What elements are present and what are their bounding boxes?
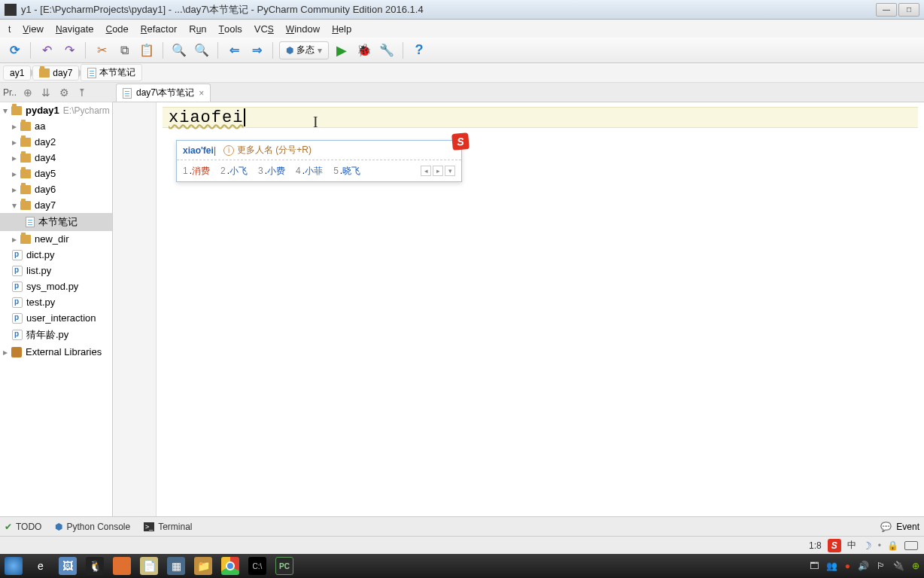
crumb-folder[interactable]: day7 bbox=[32, 65, 79, 81]
editor-tab[interactable]: day7\本节笔记 × bbox=[116, 84, 211, 102]
tree-folder-day5[interactable]: ▸day5 bbox=[0, 166, 112, 181]
menu-run[interactable]: Run bbox=[184, 21, 211, 37]
tree-folder-day2[interactable]: ▸day2 bbox=[0, 134, 112, 150]
run-config-selector[interactable]: ⬢ 多态 ▾ bbox=[279, 41, 329, 59]
pycharm-icon[interactable]: PC bbox=[275, 557, 293, 575]
firefox-icon[interactable] bbox=[113, 557, 131, 575]
paste-icon[interactable]: 📋 bbox=[137, 41, 157, 60]
menu-vcs[interactable]: VCS bbox=[249, 21, 279, 37]
tab-terminal[interactable]: >_Terminal bbox=[144, 522, 192, 532]
cut-icon[interactable]: ✂ bbox=[92, 41, 111, 60]
code-area[interactable]: xiaofei I S xiao'fei| i 更多人名 (分号+R) bbox=[157, 102, 924, 516]
menu-navigate[interactable]: Navigate bbox=[50, 21, 99, 37]
menu-view[interactable]: View bbox=[17, 21, 49, 37]
project-tree[interactable]: ▾ pyday1 E:\Pycharm ▸aa ▸day2 ▸day4 ▸day… bbox=[0, 102, 113, 516]
moon-icon[interactable]: ☽ bbox=[862, 540, 872, 552]
close-icon[interactable]: × bbox=[199, 88, 204, 99]
ime-lang[interactable]: 中 bbox=[847, 539, 856, 552]
tree-folder-aa[interactable]: ▸aa bbox=[0, 118, 112, 134]
refresh-icon[interactable]: ⟳ bbox=[5, 41, 24, 60]
app-icon[interactable]: ▦ bbox=[167, 557, 185, 575]
notepad-icon[interactable]: 📄 bbox=[140, 557, 158, 575]
tray-volume-icon[interactable]: 🔊 bbox=[858, 561, 869, 571]
tree-root[interactable]: ▾ pyday1 E:\Pycharm bbox=[0, 102, 112, 118]
undo-icon[interactable]: ↶ bbox=[37, 41, 56, 60]
tray-network-icon[interactable]: 🔌 bbox=[893, 561, 904, 571]
target-icon[interactable]: ⊕ bbox=[21, 86, 35, 99]
chrome-icon[interactable] bbox=[221, 557, 239, 575]
ime-candidate-5[interactable]: 5.晓飞 bbox=[333, 165, 360, 178]
ie-icon[interactable]: e bbox=[32, 557, 50, 575]
event-log-label[interactable]: Event bbox=[896, 522, 919, 532]
explorer-icon[interactable]: 📁 bbox=[194, 557, 212, 575]
tree-folder-day4[interactable]: ▸day4 bbox=[0, 150, 112, 166]
tree-folder-newdir[interactable]: ▸new_dir bbox=[0, 231, 112, 247]
ime-hint[interactable]: i 更多人名 (分号+R) bbox=[223, 144, 312, 157]
folder-icon bbox=[20, 122, 31, 131]
keyboard-icon[interactable] bbox=[904, 541, 918, 550]
crumb-file[interactable]: 本节笔记 bbox=[81, 64, 142, 81]
menu-help[interactable]: Help bbox=[327, 21, 357, 37]
windows-taskbar: e 🖼 🐧 📄 ▦ 📁 C:\ PC 🗔 👥 ● 🔊 🏳 🔌 ⊕ bbox=[0, 554, 924, 578]
python-icon bbox=[12, 266, 23, 276]
menu-code[interactable]: Code bbox=[100, 21, 133, 37]
ime-candidate-3[interactable]: 3.小费 bbox=[258, 165, 285, 178]
tree-file-userint[interactable]: user_interaction bbox=[0, 310, 112, 326]
folder-icon bbox=[20, 235, 31, 244]
zoom-in-icon[interactable]: 🔍 bbox=[169, 41, 189, 60]
status-bar: 1:8 S 中 ☽ • 🔒 bbox=[0, 536, 924, 554]
tree-file-sysmod[interactable]: sys_mod.py bbox=[0, 278, 112, 294]
tree-file-test[interactable]: test.py bbox=[0, 294, 112, 310]
menu-refactor[interactable]: Refactor bbox=[135, 21, 182, 37]
code-line[interactable]: xiaofei I bbox=[163, 107, 918, 128]
ime-candidate-2[interactable]: 2.小飞 bbox=[220, 165, 248, 178]
cmd-icon[interactable]: C:\ bbox=[248, 557, 266, 575]
separator bbox=[30, 42, 31, 59]
ime-candidate-4[interactable]: 4.小菲 bbox=[296, 165, 323, 178]
ime-prev-icon[interactable]: ◂ bbox=[421, 166, 431, 176]
menu-window[interactable]: Window bbox=[281, 21, 325, 37]
tray-record-icon[interactable]: ● bbox=[845, 561, 850, 571]
ime-candidate-1[interactable]: 1.消费 bbox=[183, 165, 210, 178]
menu-edit[interactable]: t bbox=[3, 21, 16, 37]
zoom-out-icon[interactable]: 🔍 bbox=[192, 41, 211, 60]
tree-folder-day7[interactable]: ▾day7 bbox=[0, 197, 112, 213]
tab-todo[interactable]: ✔TODO bbox=[5, 522, 41, 532]
ime-next-icon[interactable]: ▸ bbox=[433, 166, 443, 176]
hide-icon[interactable]: ⤒ bbox=[75, 86, 89, 99]
tree-file-list[interactable]: list.py bbox=[0, 263, 112, 278]
settings-icon[interactable]: 🔧 bbox=[377, 41, 397, 60]
event-log-icon[interactable]: 💬 bbox=[880, 522, 892, 532]
menu-tools[interactable]: Tools bbox=[214, 21, 248, 37]
tree-file-selected[interactable]: 本节笔记 bbox=[0, 213, 112, 231]
help-icon[interactable]: ? bbox=[409, 41, 429, 60]
start-button-icon[interactable] bbox=[5, 557, 23, 575]
forward-icon[interactable]: ⇒ bbox=[247, 41, 266, 60]
maximize-button[interactable]: □ bbox=[898, 3, 919, 17]
ibeam-cursor: I bbox=[313, 114, 318, 131]
crumb-project[interactable]: ay1 bbox=[3, 65, 31, 81]
qq-icon[interactable]: 🐧 bbox=[86, 557, 104, 575]
minimize-button[interactable]: — bbox=[876, 3, 897, 17]
tree-file-guess[interactable]: 猜年龄.py bbox=[0, 326, 112, 344]
redo-icon[interactable]: ↷ bbox=[59, 41, 79, 60]
tree-file-dict[interactable]: dict.py bbox=[0, 247, 112, 263]
tray-flag-icon[interactable]: 🏳 bbox=[877, 561, 886, 571]
tree-external-libs[interactable]: ▸External Libraries bbox=[0, 344, 112, 360]
run-icon[interactable]: ▶ bbox=[332, 41, 351, 60]
tree-folder-day6[interactable]: ▸day6 bbox=[0, 181, 112, 197]
back-icon[interactable]: ⇐ bbox=[224, 41, 244, 60]
tray-users-icon[interactable]: 👥 bbox=[826, 561, 837, 571]
tray-plus-icon[interactable]: ⊕ bbox=[912, 561, 919, 571]
folder-icon bbox=[20, 154, 31, 163]
copy-icon[interactable]: ⧉ bbox=[114, 41, 134, 60]
ime-menu-icon[interactable]: ▾ bbox=[445, 166, 455, 176]
photos-icon[interactable]: 🖼 bbox=[59, 557, 77, 575]
tab-python-console[interactable]: ⬢Python Console bbox=[55, 522, 130, 532]
gear-icon[interactable]: ⚙ bbox=[57, 86, 71, 99]
sogou-status-icon[interactable]: S bbox=[828, 539, 841, 552]
debug-icon[interactable]: 🐞 bbox=[354, 41, 374, 60]
collapse-icon[interactable]: ⇊ bbox=[39, 86, 53, 99]
separator bbox=[163, 42, 163, 59]
tray-app-icon[interactable]: 🗔 bbox=[810, 561, 819, 571]
